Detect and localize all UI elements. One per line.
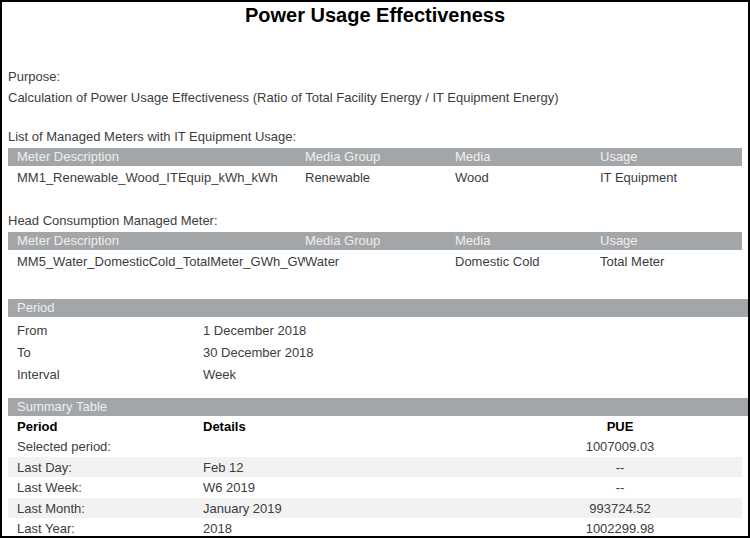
meter-description-cell: MM1_Renewable_Wood_ITEquip_kWh_kWh (8, 166, 305, 190)
period-field-to: To 30 December 2018 (8, 342, 742, 364)
meter-description-cell: MM5_Water_DomesticCold_TotalMeter_GWh_GW… (8, 250, 305, 274)
period-cell: Selected period: (8, 439, 203, 454)
summary-header-row: Period Details PUE (8, 416, 742, 436)
pue-report-page: Power Usage Effectiveness Purpose: Calcu… (0, 0, 750, 538)
usage-cell: IT Equipment (600, 166, 742, 190)
summary-row-last-week: Last Week: W6 2019 -- (8, 477, 742, 498)
details-cell: January 2019 (203, 501, 520, 516)
summary-row-last-day: Last Day: Feb 12 -- (8, 457, 742, 477)
table-row: MM1_Renewable_Wood_ITEquip_kWh_kWh Renew… (8, 166, 742, 190)
column-header-media-group: Media Group (305, 232, 455, 250)
table-row: MM5_Water_DomesticCold_TotalMeter_GWh_GW… (8, 250, 742, 274)
field-value: 1 December 2018 (203, 320, 742, 342)
media-cell: Wood (455, 166, 600, 190)
media-group-cell: Water (305, 250, 455, 274)
column-header-media: Media (455, 148, 600, 166)
it-meters-table-header: Meter Description Media Group Media Usag… (8, 148, 742, 166)
period-cell: Last Year: (8, 521, 203, 536)
pue-cell: -- (520, 460, 720, 475)
field-label: Interval (8, 364, 203, 386)
usage-cell: Total Meter (600, 250, 742, 274)
details-cell: 2018 (203, 521, 520, 536)
field-label: To (8, 342, 203, 364)
summary-header-details: Details (203, 419, 520, 434)
column-header-meter-description: Meter Description (8, 232, 305, 250)
summary-row-last-year: Last Year: 2018 1002299.98 (8, 518, 742, 538)
period-cell: Last Day: (8, 460, 203, 475)
head-meter-caption: Head Consumption Managed Meter: (8, 213, 742, 228)
pue-cell: 1007009.03 (520, 439, 720, 454)
media-cell: Domestic Cold (455, 250, 600, 274)
summary-row-last-month: Last Month: January 2019 993724.52 (8, 498, 742, 518)
column-header-usage: Usage (600, 232, 742, 250)
head-meter-table-header: Meter Description Media Group Media Usag… (8, 232, 742, 250)
period-cell: Last Month: (8, 501, 203, 516)
period-field-from: From 1 December 2018 (8, 320, 742, 342)
summary-header-period: Period (8, 419, 203, 434)
details-cell: Feb 12 (203, 460, 520, 475)
field-value: 30 December 2018 (203, 342, 742, 364)
page-title: Power Usage Effectiveness (2, 4, 748, 27)
it-meters-caption: List of Managed Meters with IT Equipment… (8, 129, 742, 144)
period-cell: Last Week: (8, 480, 203, 495)
details-cell: W6 2019 (203, 480, 520, 495)
column-header-media: Media (455, 232, 600, 250)
column-header-media-group: Media Group (305, 148, 455, 166)
pue-cell: 1002299.98 (520, 521, 720, 536)
field-label: From (8, 320, 203, 342)
purpose-label: Purpose: (8, 69, 742, 84)
media-group-cell: Renewable (305, 166, 455, 190)
field-value: Week (203, 364, 742, 386)
pue-cell: 993724.52 (520, 501, 720, 516)
summary-row-selected-period: Selected period: 1007009.03 (8, 436, 742, 457)
column-header-meter-description: Meter Description (8, 148, 305, 166)
summary-section-bar: Summary Table (8, 398, 750, 416)
column-header-usage: Usage (600, 148, 742, 166)
period-field-interval: Interval Week (8, 364, 742, 386)
summary-header-pue: PUE (520, 419, 720, 434)
pue-cell: -- (520, 480, 720, 495)
period-section-bar: Period (8, 299, 750, 317)
purpose-text: Calculation of Power Usage Effectiveness… (8, 90, 742, 105)
